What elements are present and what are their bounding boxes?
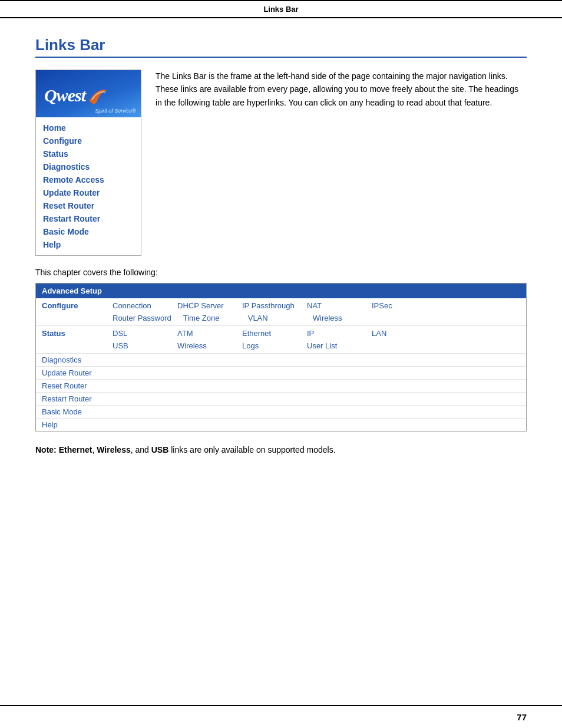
status-label[interactable]: Status: [36, 326, 107, 353]
nav-help[interactable]: Help: [43, 239, 134, 251]
description-text: The Links Bar is the frame at the left-h…: [156, 71, 518, 107]
restart-router-row: Restart Router: [36, 393, 526, 406]
link-ip[interactable]: IP: [301, 328, 366, 338]
link-user-list[interactable]: User List: [301, 341, 366, 351]
chapter-intro: This chapter covers the following:: [35, 268, 527, 277]
intro-section: Qwest Spirit of Service® Home Configure …: [35, 70, 527, 256]
tagline: Spirit of Service®: [95, 108, 136, 114]
logo-area: Qwest Spirit of Service®: [36, 70, 141, 117]
link-ethernet[interactable]: Ethernet: [236, 328, 301, 338]
configure-label[interactable]: Configure: [36, 298, 107, 325]
note-wireless: Wireless: [97, 445, 130, 454]
description-block: The Links Bar is the frame at the left-h…: [156, 70, 527, 256]
link-atm[interactable]: ATM: [171, 328, 236, 338]
link-logs[interactable]: Logs: [236, 341, 301, 351]
nav-remote-access[interactable]: Remote Access: [43, 174, 134, 186]
diagnostics-row: Diagnostics: [36, 354, 526, 367]
page-wrapper: Links Bar Links Bar Qwest Spirit of Serv…: [0, 0, 562, 728]
basic-mode-row: Basic Mode: [36, 406, 526, 419]
chapter-intro-text: This chapter covers the following:: [35, 268, 158, 277]
configure-row-2: Router Password Time Zone VLAN Wireless: [107, 312, 526, 324]
table-content: Configure Connection DHCP Server IP Pass…: [36, 298, 526, 431]
help-row: Help: [36, 419, 526, 431]
note-suffix: links are only available on supported mo…: [168, 445, 335, 454]
link-help[interactable]: Help: [42, 420, 58, 429]
sidebar-nav: Home Configure Status Diagnostics Remote…: [36, 117, 141, 255]
nav-update-router[interactable]: Update Router: [43, 187, 134, 199]
page-title: Links Bar: [35, 36, 527, 58]
nav-reset-router[interactable]: Reset Router: [43, 200, 134, 212]
link-ip-passthrough[interactable]: IP Passthrough: [236, 301, 301, 311]
brand-name: Qwest: [44, 85, 85, 106]
status-links: DSL ATM Ethernet IP LAN USB Wireless Log…: [107, 326, 526, 353]
page-number: 77: [517, 712, 527, 722]
link-nat[interactable]: NAT: [301, 301, 366, 311]
nav-status[interactable]: Status: [43, 148, 134, 160]
navigation-table: Advanced Setup Configure Connection DHCP…: [35, 283, 527, 431]
status-row-1: DSL ATM Ethernet IP LAN: [107, 327, 526, 340]
link-wireless-configure[interactable]: Wireless: [307, 313, 372, 323]
header-title: Links Bar: [263, 5, 298, 14]
link-update-router[interactable]: Update Router: [42, 368, 92, 377]
link-vlan[interactable]: VLAN: [242, 313, 307, 323]
configure-links: Connection DHCP Server IP Passthrough NA…: [107, 298, 526, 325]
link-time-zone[interactable]: Time Zone: [177, 313, 242, 323]
link-dsl[interactable]: DSL: [107, 328, 171, 338]
link-restart-router[interactable]: Restart Router: [42, 394, 92, 403]
note-ethernet: Ethernet: [59, 445, 92, 454]
page-header: Links Bar: [0, 0, 562, 18]
logo-sidebar: Qwest Spirit of Service® Home Configure …: [35, 70, 141, 256]
nav-restart-router[interactable]: Restart Router: [43, 213, 134, 225]
note-section: Note: Ethernet, Wireless, and USB links …: [35, 443, 527, 456]
note-comma2: , and: [131, 445, 151, 454]
update-router-row: Update Router: [36, 367, 526, 380]
configure-section: Configure Connection DHCP Server IP Pass…: [36, 298, 526, 326]
link-connection[interactable]: Connection: [107, 301, 171, 311]
nav-basic-mode[interactable]: Basic Mode: [43, 226, 134, 238]
link-usb[interactable]: USB: [107, 341, 171, 351]
table-section-header: Advanced Setup: [36, 284, 526, 298]
link-reset-router[interactable]: Reset Router: [42, 381, 87, 390]
configure-row-1: Connection DHCP Server IP Passthrough NA…: [107, 299, 526, 312]
link-dhcp-server[interactable]: DHCP Server: [171, 301, 236, 311]
link-router-password[interactable]: Router Password: [107, 313, 177, 323]
note-usb: USB: [151, 445, 169, 454]
nav-diagnostics[interactable]: Diagnostics: [43, 161, 134, 173]
link-ipsec[interactable]: IPSec: [366, 301, 431, 311]
link-basic-mode[interactable]: Basic Mode: [42, 407, 82, 416]
note-label: Note:: [35, 445, 59, 454]
link-diagnostics[interactable]: Diagnostics: [42, 355, 81, 364]
nav-configure[interactable]: Configure: [43, 135, 134, 147]
status-row-2: USB Wireless Logs User List: [107, 340, 526, 352]
page-footer: 77: [0, 705, 562, 728]
status-section: Status DSL ATM Ethernet IP LAN USB Wirel…: [36, 326, 526, 354]
swoosh-icon: [87, 85, 108, 106]
link-wireless-status[interactable]: Wireless: [171, 341, 236, 351]
nav-home[interactable]: Home: [43, 122, 134, 134]
link-lan[interactable]: LAN: [366, 328, 431, 338]
content-area: Links Bar Qwest Spirit of Service® Hom: [0, 18, 562, 705]
reset-router-row: Reset Router: [36, 380, 526, 393]
